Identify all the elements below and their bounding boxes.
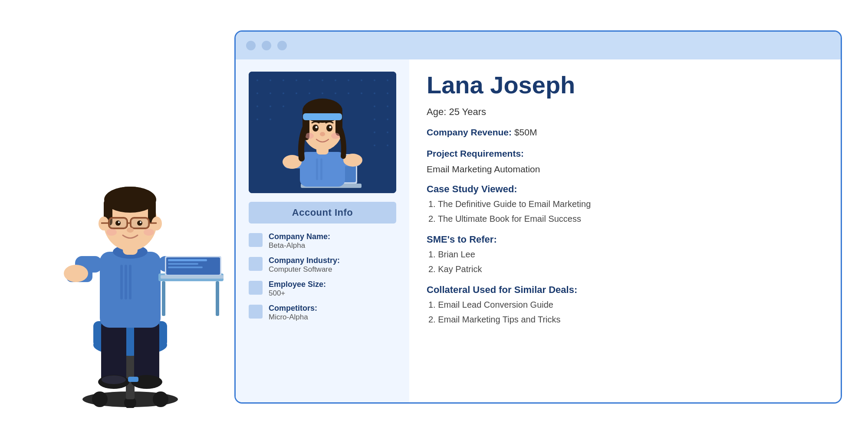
svg-point-64 xyxy=(335,79,336,81)
svg-rect-14 xyxy=(128,377,138,382)
svg-point-31 xyxy=(105,187,155,211)
svg-point-68 xyxy=(387,79,388,81)
svg-point-13 xyxy=(102,375,126,384)
right-panel: Lana Joseph Age: 25 Years Company Revenu… xyxy=(409,59,841,402)
svg-point-89 xyxy=(374,132,375,133)
titlebar-dot-3 xyxy=(277,41,287,50)
svg-point-85 xyxy=(374,105,375,107)
svg-point-88 xyxy=(387,118,388,120)
smes-block: SME's to Refer: 1. Brian Lee 2. Kay Patr… xyxy=(427,234,823,276)
browser-titlebar xyxy=(236,32,841,59)
svg-point-59 xyxy=(270,79,271,81)
company-name-item: Company Name: Beta-Alpha xyxy=(249,232,396,250)
employee-size-icon xyxy=(249,281,263,295)
svg-point-43 xyxy=(118,221,120,223)
competitors-label: Competitors: xyxy=(269,304,317,313)
svg-rect-55 xyxy=(168,266,203,268)
svg-point-116 xyxy=(320,132,325,136)
svg-point-82 xyxy=(270,118,271,120)
case-study-item-1: 1. The Definitive Guide to Email Marketi… xyxy=(428,197,823,211)
svg-point-80 xyxy=(283,105,284,107)
employee-size-value: 500+ xyxy=(269,289,326,298)
svg-rect-10 xyxy=(134,321,159,382)
svg-rect-19 xyxy=(129,265,132,299)
svg-point-83 xyxy=(374,92,375,94)
case-study-title: Case Study Viewed: xyxy=(427,184,823,195)
browser-window: Account Info Company Name: Beta-Alpha xyxy=(234,30,842,404)
sme-item-1: 1. Brian Lee xyxy=(428,247,823,262)
svg-rect-17 xyxy=(120,265,123,299)
svg-point-77 xyxy=(361,92,362,94)
svg-point-65 xyxy=(348,79,349,81)
svg-point-42 xyxy=(137,220,142,226)
svg-point-60 xyxy=(283,79,284,81)
svg-point-2 xyxy=(153,391,168,407)
svg-point-114 xyxy=(316,126,318,128)
page-wrapper: Account Info Company Name: Beta-Alpha xyxy=(0,0,868,434)
person-illustration xyxy=(37,52,224,408)
case-study-list: 1. The Definitive Guide to Email Marketi… xyxy=(427,197,823,226)
svg-rect-111 xyxy=(303,113,342,120)
svg-rect-18 xyxy=(125,265,127,299)
svg-point-118 xyxy=(331,133,340,139)
collateral-block: Collateral Used for Similar Deals: 1. Em… xyxy=(427,284,823,327)
svg-point-63 xyxy=(322,79,323,81)
svg-point-91 xyxy=(374,145,375,146)
svg-point-117 xyxy=(305,133,314,139)
svg-point-79 xyxy=(270,105,271,107)
company-name-value: Beta-Alpha xyxy=(269,241,330,250)
competitors-icon xyxy=(249,305,263,319)
sme-item-2: 2. Kay Patrick xyxy=(428,262,823,276)
svg-point-113 xyxy=(326,125,332,132)
svg-point-73 xyxy=(309,92,310,94)
svg-point-69 xyxy=(256,92,258,94)
svg-rect-53 xyxy=(168,259,207,261)
svg-point-105 xyxy=(343,154,362,167)
collateral-list: 1. Email Lead Conversion Guide 2. Email … xyxy=(427,297,823,327)
svg-point-58 xyxy=(256,79,258,81)
svg-point-78 xyxy=(256,105,258,107)
company-industry-value: Computer Software xyxy=(269,265,340,274)
smes-list: 1. Brian Lee 2. Kay Patrick xyxy=(427,247,823,276)
person-name: Lana Joseph xyxy=(427,72,823,99)
company-name-icon xyxy=(249,233,263,247)
account-info-badge: Account Info xyxy=(249,202,396,224)
case-study-item-2: 2. The Ultimate Book for Email Success xyxy=(428,211,823,226)
company-revenue-row: Company Revenue: $50M xyxy=(427,125,823,139)
svg-point-75 xyxy=(335,92,336,94)
svg-point-72 xyxy=(296,92,297,94)
svg-point-74 xyxy=(322,92,323,94)
smes-title: SME's to Refer: xyxy=(427,234,823,245)
profile-photo xyxy=(249,72,396,193)
svg-rect-9 xyxy=(101,321,126,382)
svg-point-112 xyxy=(312,125,319,132)
svg-rect-50 xyxy=(216,281,219,316)
svg-rect-54 xyxy=(168,263,198,265)
left-panel: Account Info Company Name: Beta-Alpha xyxy=(236,59,409,402)
svg-point-81 xyxy=(256,118,258,120)
svg-point-22 xyxy=(64,265,88,282)
titlebar-dot-2 xyxy=(262,41,271,50)
company-industry-label: Company Industry: xyxy=(269,256,340,265)
svg-point-115 xyxy=(329,126,332,128)
svg-point-62 xyxy=(309,79,310,81)
titlebar-dot-1 xyxy=(246,41,256,50)
svg-rect-49 xyxy=(162,281,165,316)
competitors-item: Competitors: Micro-Alpha xyxy=(249,304,396,322)
svg-point-86 xyxy=(387,105,388,107)
svg-point-41 xyxy=(115,220,121,226)
employee-size-label: Employee Size: xyxy=(269,280,326,289)
svg-point-45 xyxy=(127,227,134,233)
project-requirements-block: Project Requirements: Email Marketing Au… xyxy=(427,147,823,176)
company-industry-icon xyxy=(249,257,263,271)
svg-point-67 xyxy=(374,79,375,81)
person-age: Age: 25 Years xyxy=(427,106,823,118)
collateral-title: Collateral Used for Similar Deals: xyxy=(427,284,823,296)
browser-content: Account Info Company Name: Beta-Alpha xyxy=(236,59,841,402)
collateral-item-2: 2. Email Marketing Tips and Tricks xyxy=(428,312,823,327)
svg-point-66 xyxy=(361,79,362,81)
competitors-value: Micro-Alpha xyxy=(269,313,317,322)
svg-point-90 xyxy=(387,132,388,133)
company-industry-item: Company Industry: Computer Software xyxy=(249,256,396,274)
svg-point-47 xyxy=(144,229,154,236)
